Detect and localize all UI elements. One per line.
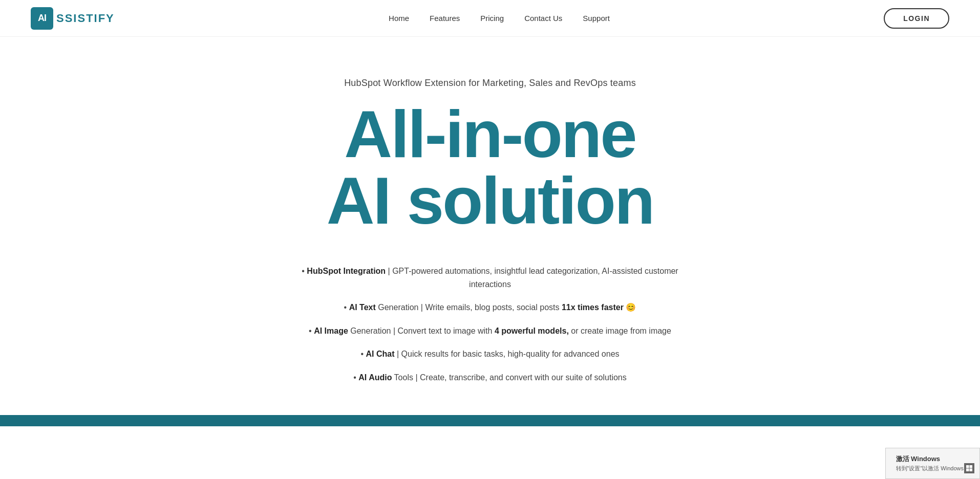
- svg-rect-2: [966, 469, 969, 472]
- nav-link-support[interactable]: Support: [583, 14, 610, 23]
- login-button[interactable]: LOGIN: [884, 8, 949, 29]
- hero-title-line2: AI solution: [327, 167, 654, 234]
- windows-notice-title: 激活 Windows: [896, 454, 970, 464]
- main-content: HubSpot Workflow Extension for Marketing…: [0, 37, 980, 479]
- feature-ai-audio: • AI Audio Tools | Create, transcribe, a…: [353, 371, 627, 384]
- logo[interactable]: AI SSISTIFY: [31, 7, 115, 30]
- hero-title-line1: All-in-one: [327, 101, 654, 167]
- tech-strip-inner: [0, 415, 980, 426]
- nav-link-features[interactable]: Features: [430, 14, 460, 23]
- feature-ai-text-bold: AI Text: [349, 303, 376, 312]
- nav-item-support[interactable]: Support: [583, 14, 610, 23]
- windows-notice: 激活 Windows 转到"设置"以激活 Windows。: [885, 448, 981, 479]
- logo-icon: AI: [31, 7, 53, 30]
- feature-hubspot: • HubSpot Integration | GPT-powered auto…: [285, 265, 695, 291]
- logo-text: SSISTIFY: [56, 12, 115, 25]
- feature-ai-text: • AI Text Generation | Write emails, blo…: [344, 301, 636, 314]
- feature-ai-image-models: 4 powerful models,: [495, 326, 569, 335]
- hero-subtitle: HubSpot Workflow Extension for Marketing…: [344, 78, 636, 89]
- nav-link-contact[interactable]: Contact Us: [524, 14, 562, 23]
- nav-link-home[interactable]: Home: [389, 14, 409, 23]
- page-wrapper: AI SSISTIFY Home Features Pricing Contac…: [0, 0, 980, 479]
- nav-item-features[interactable]: Features: [430, 14, 460, 23]
- feature-ai-chat-bold: AI Chat: [366, 350, 395, 358]
- hero-title: All-in-one AI solution: [327, 101, 654, 254]
- windows-notice-subtitle: 转到"设置"以激活 Windows。: [896, 465, 970, 471]
- svg-rect-3: [970, 469, 973, 472]
- hero-features: • HubSpot Integration | GPT-powered auto…: [203, 265, 777, 384]
- nav-links: Home Features Pricing Contact Us Support: [389, 14, 610, 23]
- feature-ai-text-speed: 11x times faster: [562, 303, 624, 312]
- svg-rect-1: [970, 465, 973, 468]
- svg-rect-0: [966, 465, 969, 468]
- feature-ai-audio-bold: AI Audio: [358, 373, 392, 382]
- windows-settings-icon[interactable]: [964, 463, 974, 473]
- nav-item-pricing[interactable]: Pricing: [480, 14, 504, 23]
- nav-link-pricing[interactable]: Pricing: [480, 14, 504, 23]
- hero-section: HubSpot Workflow Extension for Marketing…: [183, 37, 797, 415]
- tech-strip: [0, 415, 980, 426]
- feature-ai-image-bold: AI Image: [314, 326, 348, 335]
- feature-ai-chat: • AI Chat | Quick results for basic task…: [360, 347, 619, 361]
- feature-ai-image: • AI Image Generation | Convert text to …: [309, 324, 671, 338]
- feature-hubspot-bold: HubSpot Integration: [307, 267, 386, 275]
- nav-item-home[interactable]: Home: [389, 14, 409, 23]
- navbar: AI SSISTIFY Home Features Pricing Contac…: [0, 0, 980, 37]
- nav-item-contact[interactable]: Contact Us: [524, 14, 562, 23]
